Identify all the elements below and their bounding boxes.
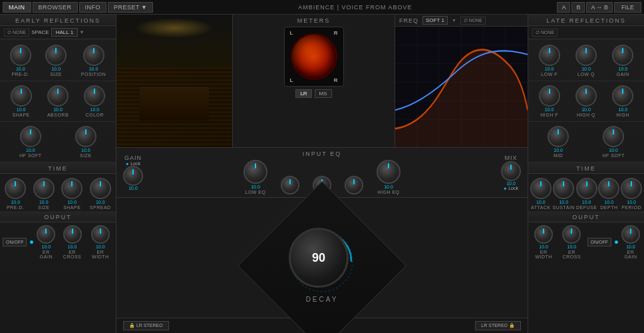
er-size2-knob[interactable] xyxy=(75,126,96,147)
ab-swap-button[interactable]: A ↔ B xyxy=(586,2,613,13)
tr-period-knob[interactable] xyxy=(621,178,642,199)
tr-attack-knob-item: 10.0 ATTACK xyxy=(530,178,552,210)
gain-knob[interactable] xyxy=(123,166,143,186)
tr-defuse-knob[interactable] xyxy=(576,178,597,199)
ab-a-button[interactable]: A xyxy=(557,2,570,13)
low-eq-knob[interactable] xyxy=(243,160,267,184)
hall-arrow-icon: ▼ xyxy=(79,29,84,35)
lr-knobs-row1: 10.0 LOW F 10.0 LOW Q 10.0 GAIN xyxy=(528,39,644,81)
high-eq-label: HIGH EQ xyxy=(377,190,399,194)
tr-attack-value: 10.0 xyxy=(536,200,546,204)
rr-cross-label: ER CROSS xyxy=(558,250,585,259)
lr-highf-knob[interactable] xyxy=(539,85,560,107)
eq-knob2-item xyxy=(281,176,299,194)
er-gain-knob[interactable] xyxy=(37,225,55,244)
rr-cross-knob[interactable] xyxy=(562,225,581,244)
tl-shape-knob[interactable] xyxy=(61,178,82,199)
lr-gain-knob-item: 10.0 GAIN xyxy=(612,45,633,77)
er-size2-knob-item: 10.0 SIZE xyxy=(75,126,96,158)
lr-hfsoft-knob[interactable] xyxy=(603,126,624,147)
rr-width-knob[interactable] xyxy=(534,225,553,244)
er-pred-knob[interactable] xyxy=(10,45,31,66)
tr-depth-knob[interactable] xyxy=(598,178,619,199)
lr-lowq-knob[interactable] xyxy=(575,45,597,66)
low-eq-value: 10.0 xyxy=(251,184,260,189)
tab-info[interactable]: INFO xyxy=(79,2,107,13)
lr-none-button[interactable]: ∅ NONE xyxy=(532,29,558,37)
hall-selector[interactable]: HALL 1 xyxy=(51,28,78,37)
meter-lr-button[interactable]: LR xyxy=(295,89,311,98)
lr-lowf-knob[interactable] xyxy=(539,45,560,66)
reverb-hall-image xyxy=(116,15,233,147)
tr-sustain-knob[interactable] xyxy=(553,178,574,199)
lr-knobs-row2: 10.0 HIGH F 10.0 HIGH Q 10.0 HIGH xyxy=(528,81,644,122)
tr-sustain-knob-item: 10.0 SUSTAIN xyxy=(553,178,575,210)
tl-spread-knob[interactable] xyxy=(90,178,111,199)
er-color-knob-item: 10.0 COLOR xyxy=(84,85,105,117)
er-shape-label: SHAPE xyxy=(13,113,30,117)
eq-knob2[interactable] xyxy=(281,176,299,194)
decay-knob-container: 90 xyxy=(289,228,355,294)
er-none-button[interactable]: ∅ NONE xyxy=(4,29,29,37)
gain-value: 10.0 xyxy=(128,186,138,190)
er-position-knob[interactable] xyxy=(83,45,104,66)
tr-defuse-value: 10.0 xyxy=(582,200,591,204)
lr-lowf-knob-item: 10.0 LOW F xyxy=(539,45,560,77)
er-color-knob[interactable] xyxy=(84,85,105,107)
er-hfsoft-knob[interactable] xyxy=(20,126,41,147)
high-eq-knob[interactable] xyxy=(377,160,401,184)
lr-highf-label: HIGH F xyxy=(540,113,558,117)
file-button[interactable]: FILE xyxy=(614,2,641,13)
er-cross-knob[interactable] xyxy=(63,225,82,244)
early-reflections-title: EARLY REFLECTIONS xyxy=(0,15,116,26)
la-stereo-right-button[interactable]: LR STEREO 🔒 xyxy=(475,321,521,330)
er-size-knob[interactable] xyxy=(45,45,67,66)
mix-knob[interactable] xyxy=(501,161,521,181)
tl-pred-knob[interactable] xyxy=(5,178,26,199)
decay-knob[interactable]: 90 xyxy=(289,228,349,288)
rr-onoff-button[interactable]: ON/OFF xyxy=(587,238,611,246)
lock-right-icon: 🔒 xyxy=(509,323,515,328)
er-gain-knob-item: 10.0 ER GAIN xyxy=(35,225,57,259)
rr-width-label: ER WIDTH xyxy=(531,250,556,259)
freq-none-button[interactable]: ∅ NONE xyxy=(460,17,486,25)
er-absorb-knob[interactable] xyxy=(47,85,69,107)
la-stereo-left-button[interactable]: 🔒 LR STEREO xyxy=(123,321,169,330)
ab-b-button[interactable]: B xyxy=(571,2,585,13)
er-knobs-row3: 10.0 HF SOFT 10.0 SIZE xyxy=(0,122,116,163)
tr-defuse-knob-item: 10.0 DEFUSE xyxy=(576,178,597,210)
tr-attack-knob[interactable] xyxy=(530,178,552,199)
tl-shape-knob-item: 10.0 SHAPE xyxy=(61,178,82,210)
er-width-knob[interactable] xyxy=(91,225,110,244)
high-eq-value: 10.0 xyxy=(384,184,393,189)
tl-size-knob[interactable] xyxy=(33,178,55,199)
freq-svg xyxy=(395,27,528,147)
lr-mid-knob[interactable] xyxy=(548,126,569,147)
er-size-value: 10.0 xyxy=(51,67,61,71)
tab-preset[interactable]: PRESET ▼ xyxy=(108,2,153,13)
lr-lowq-value: 10.0 xyxy=(581,67,591,71)
er-shape-knob[interactable] xyxy=(11,85,32,107)
meter-ms-button[interactable]: MS xyxy=(315,89,332,98)
tab-browser[interactable]: BROWSER xyxy=(33,2,78,13)
eq-knob4[interactable] xyxy=(345,176,363,194)
lr-lowf-label: LOW F xyxy=(541,72,558,77)
mix-section: MIX 10.0 ● Lock xyxy=(501,155,521,190)
rr-gain-knob[interactable] xyxy=(621,225,640,244)
lr-hfsoft-value: 10.0 xyxy=(609,148,618,153)
mix-lock-label: Lock xyxy=(508,186,518,190)
lr-gain-knob[interactable] xyxy=(612,45,633,66)
lr-highq-knob[interactable] xyxy=(575,85,597,107)
lr-high-knob[interactable] xyxy=(612,85,633,107)
er-position-knob-item: 10.0 POSITION xyxy=(81,45,106,77)
lr-mid-label: MID xyxy=(554,153,563,158)
lr-lowf-value: 10.0 xyxy=(545,67,554,71)
er-color-value: 10.0 xyxy=(90,107,100,112)
time-right-knobs: 10.0 ATTACK 10.0 SUSTAIN 10.0 DEFUSE 10.… xyxy=(528,174,644,211)
tr-depth-knob-item: 10.0 DEPTH xyxy=(598,178,619,210)
er-onoff-button[interactable]: ON/OFF xyxy=(3,238,27,246)
rr-width-value: 10.0 xyxy=(539,244,548,249)
tab-main[interactable]: MAIN xyxy=(3,2,31,13)
freq-preset-selector[interactable]: SOFT 1 xyxy=(422,16,448,25)
er-shape-knob-item: 10.0 SHAPE xyxy=(11,85,32,117)
